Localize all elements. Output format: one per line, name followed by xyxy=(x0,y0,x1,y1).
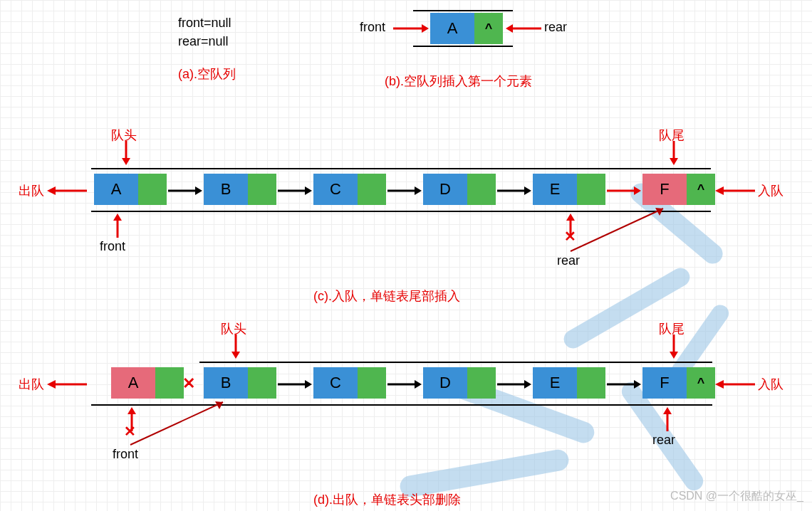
svg-line-24 xyxy=(571,209,663,251)
arrow-left-icon xyxy=(506,21,541,36)
svg-marker-1 xyxy=(422,24,429,33)
node-terminator: ^ xyxy=(687,174,715,205)
node-data: B xyxy=(204,174,248,205)
svg-line-44 xyxy=(130,402,223,445)
a-caption: (a).空队列 xyxy=(178,65,236,83)
arrow-up-icon xyxy=(661,407,674,431)
svg-marker-5 xyxy=(122,158,130,165)
arrow-down-icon xyxy=(229,334,242,359)
x-mark-icon: ✕ xyxy=(124,423,136,440)
arrow-right-icon xyxy=(278,184,312,198)
arrow-left-icon xyxy=(715,184,755,198)
svg-marker-29 xyxy=(231,352,240,359)
svg-marker-13 xyxy=(195,186,202,195)
c-node-new: F^ xyxy=(642,174,715,205)
svg-marker-11 xyxy=(715,186,724,195)
svg-marker-19 xyxy=(524,186,531,195)
svg-marker-35 xyxy=(715,380,724,389)
b-caption: (b).空队列插入第一个元素 xyxy=(385,73,532,90)
node-data: D xyxy=(423,174,467,205)
arrow-right-icon xyxy=(387,377,422,391)
arrow-right-icon xyxy=(168,184,202,198)
arrow-down-icon xyxy=(667,334,680,359)
watermark-text: CSDN @一个很酷的女巫_ xyxy=(670,489,803,504)
node-data: A xyxy=(430,13,474,44)
arrow-right-icon xyxy=(387,184,422,198)
node-terminator: ^ xyxy=(474,13,503,44)
arrow-down-icon xyxy=(120,141,132,165)
arrow-right-icon xyxy=(393,21,429,36)
node-data: B xyxy=(204,367,248,399)
node-data: D xyxy=(423,367,467,399)
c-rear-label: rear xyxy=(557,253,580,268)
svg-marker-31 xyxy=(670,352,678,359)
node-ptr xyxy=(155,367,184,399)
node-ptr xyxy=(358,367,386,399)
b-front-label: front xyxy=(360,20,385,35)
d-caption: (d).出队，单链表头部删除 xyxy=(313,491,461,508)
node-data: E xyxy=(533,367,577,399)
d-top-rule xyxy=(199,362,712,363)
b-top-rule xyxy=(413,10,513,11)
svg-marker-39 xyxy=(415,380,422,389)
svg-marker-9 xyxy=(47,186,56,195)
arrow-right-icon xyxy=(278,377,312,391)
node-ptr xyxy=(248,367,276,399)
node-ptr xyxy=(577,174,605,205)
arrow-up-icon xyxy=(111,214,124,238)
svg-marker-3 xyxy=(506,24,513,33)
c-caption: (c).入队，单链表尾部插入 xyxy=(313,288,460,305)
d-rear-label: rear xyxy=(652,433,675,448)
svg-marker-27 xyxy=(566,214,575,221)
d-node: F^ xyxy=(642,367,715,399)
node-ptr xyxy=(358,174,386,205)
node-data: C xyxy=(313,367,358,399)
svg-marker-43 xyxy=(634,380,641,389)
c-dequeue-label: 出队 xyxy=(19,182,44,199)
arrow-up-icon xyxy=(564,214,577,238)
d-enqueue-label: 入队 xyxy=(758,376,784,393)
a-rear-text: rear=null xyxy=(178,34,229,49)
svg-marker-23 xyxy=(113,214,122,221)
x-mark-icon: ✕ xyxy=(182,374,195,393)
arrow-left-icon xyxy=(47,184,87,198)
a-front-text: front=null xyxy=(178,16,231,31)
d-front-move-arrow xyxy=(127,399,234,448)
svg-marker-47 xyxy=(127,407,136,414)
arrow-right-icon xyxy=(607,184,641,198)
node-ptr xyxy=(467,174,496,205)
svg-marker-41 xyxy=(524,380,531,389)
node-data: C xyxy=(313,174,358,205)
node-data: A xyxy=(94,174,138,205)
c-top-rule xyxy=(91,168,711,169)
svg-marker-7 xyxy=(670,158,678,165)
b-bot-rule xyxy=(413,46,513,47)
svg-marker-15 xyxy=(305,186,312,195)
node-ptr xyxy=(248,174,276,205)
arrow-down-icon xyxy=(667,141,680,165)
node-data: F xyxy=(642,174,687,205)
svg-marker-49 xyxy=(663,407,672,414)
c-node: D xyxy=(423,174,496,205)
svg-marker-21 xyxy=(634,186,641,195)
d-dequeue-label: 出队 xyxy=(19,376,44,393)
svg-marker-33 xyxy=(47,380,56,389)
node-data: E xyxy=(533,174,577,205)
svg-marker-37 xyxy=(305,380,312,389)
arrow-right-icon xyxy=(607,377,641,391)
c-enqueue-label: 入队 xyxy=(758,182,784,199)
d-node: D xyxy=(423,367,496,399)
b-node: A ^ xyxy=(430,13,503,44)
c-node: B xyxy=(204,174,276,205)
d-node-removed: A xyxy=(111,367,184,399)
c-node: E xyxy=(533,174,605,205)
d-node: E xyxy=(533,367,605,399)
c-node: A xyxy=(94,174,167,205)
node-ptr xyxy=(467,367,496,399)
b-rear-label: rear xyxy=(544,20,567,35)
node-ptr xyxy=(577,367,605,399)
c-front-label: front xyxy=(100,239,125,254)
arrow-right-icon xyxy=(497,184,531,198)
node-ptr xyxy=(138,174,167,205)
node-terminator: ^ xyxy=(687,367,715,399)
